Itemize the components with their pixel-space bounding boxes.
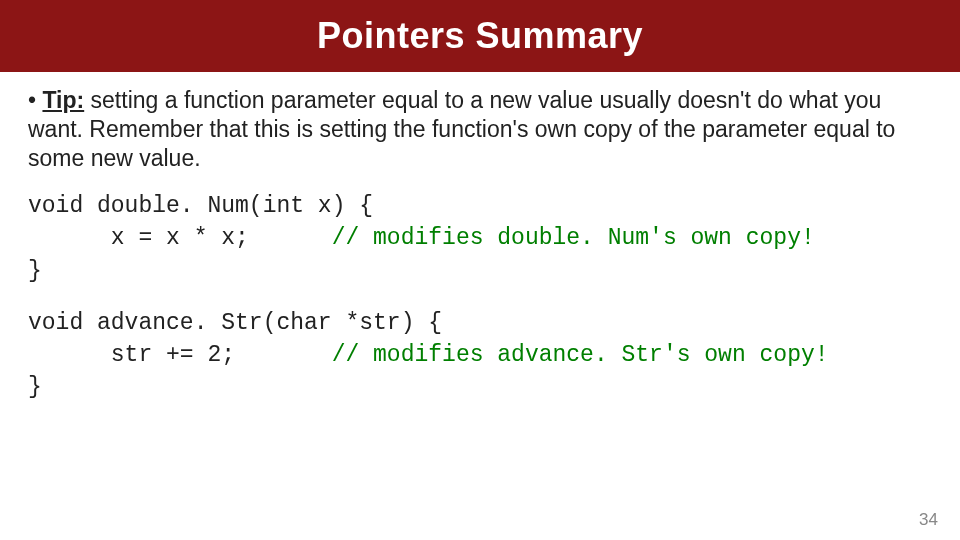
code-gap xyxy=(28,287,932,307)
code2-line2: str += 2; // modifies advance. Str's own… xyxy=(28,339,932,371)
code1-line1: void double. Num(int x) { xyxy=(28,190,932,222)
code2-line3: } xyxy=(28,371,932,403)
slide-body: • Tip: setting a function parameter equa… xyxy=(0,72,960,403)
code1-line2-code: x = x * x; xyxy=(28,225,332,251)
page-number: 34 xyxy=(919,510,938,530)
title-bar: Pointers Summary xyxy=(0,0,960,72)
code1-line2-comment: // modifies double. Num's own copy! xyxy=(332,225,815,251)
code-block-2: void advance. Str(char *str) { str += 2;… xyxy=(28,307,932,404)
code-block-1: void double. Num(int x) { x = x * x; // … xyxy=(28,190,932,287)
tip-label: Tip: xyxy=(42,87,84,113)
code2-line1: void advance. Str(char *str) { xyxy=(28,307,932,339)
slide: Pointers Summary • Tip: setting a functi… xyxy=(0,0,960,540)
tip-text: setting a function parameter equal to a … xyxy=(28,87,895,171)
code1-line3: } xyxy=(28,255,932,287)
code1-line2: x = x * x; // modifies double. Num's own… xyxy=(28,222,932,254)
slide-title: Pointers Summary xyxy=(317,15,643,57)
code-region: void double. Num(int x) { x = x * x; // … xyxy=(28,190,932,403)
bullet-marker: • xyxy=(28,87,42,113)
code2-line2-code: str += 2; xyxy=(28,342,332,368)
code2-line2-comment: // modifies advance. Str's own copy! xyxy=(332,342,829,368)
tip-bullet: • Tip: setting a function parameter equa… xyxy=(28,86,932,172)
